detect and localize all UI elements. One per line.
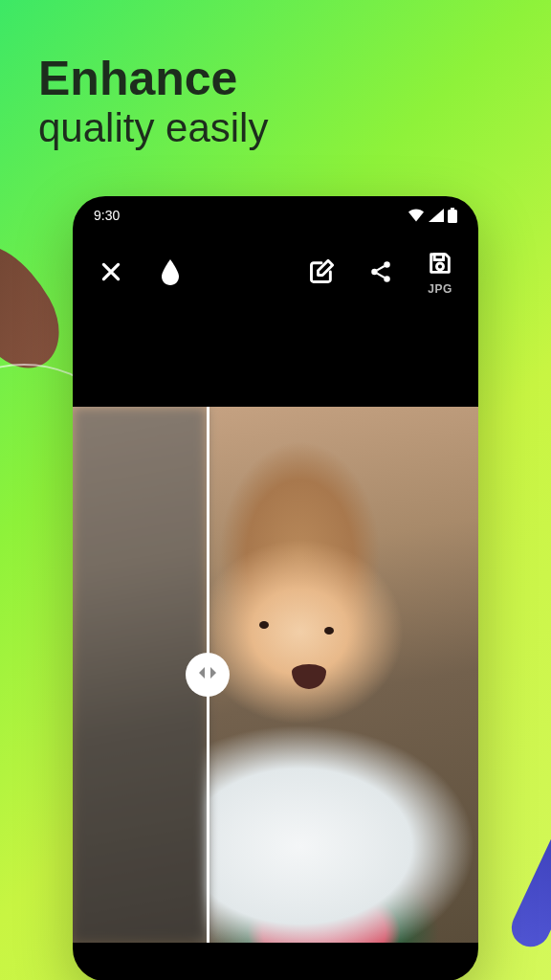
chevron-right-icon bbox=[209, 666, 218, 683]
promo-headline: Enhance quality easily bbox=[38, 53, 268, 151]
edit-icon bbox=[308, 258, 335, 288]
svg-rect-1 bbox=[448, 210, 457, 223]
decorative-leaf bbox=[0, 229, 77, 383]
svg-point-4 bbox=[384, 276, 390, 282]
image-detail bbox=[259, 621, 269, 629]
svg-point-3 bbox=[371, 268, 378, 275]
share-button[interactable] bbox=[356, 248, 406, 298]
phone-mockup: 9:30 bbox=[73, 196, 478, 980]
editor-toolbar: JPG bbox=[73, 234, 478, 311]
battery-icon bbox=[448, 208, 457, 223]
svg-point-6 bbox=[437, 263, 444, 270]
drop-button[interactable] bbox=[145, 248, 195, 298]
image-compare-area bbox=[73, 407, 478, 943]
svg-point-2 bbox=[384, 261, 390, 268]
close-icon bbox=[99, 259, 123, 287]
save-button[interactable]: JPG bbox=[415, 248, 465, 298]
signal-icon bbox=[429, 209, 444, 222]
chevron-left-icon bbox=[197, 666, 207, 683]
save-icon bbox=[427, 250, 453, 279]
close-button[interactable] bbox=[86, 248, 136, 298]
status-bar: 9:30 bbox=[73, 196, 478, 234]
compare-slider-handle[interactable] bbox=[186, 653, 230, 697]
compare-divider[interactable] bbox=[207, 407, 209, 943]
save-format-label: JPG bbox=[428, 282, 452, 296]
share-icon bbox=[368, 259, 393, 287]
wifi-icon bbox=[408, 209, 425, 222]
status-time: 9:30 bbox=[94, 208, 120, 223]
headline-bold: Enhance bbox=[38, 53, 268, 105]
drop-icon bbox=[159, 257, 182, 289]
decorative-crayon bbox=[505, 815, 551, 953]
edit-button[interactable] bbox=[297, 248, 346, 298]
image-detail bbox=[292, 664, 326, 689]
headline-light: quality easily bbox=[38, 105, 268, 151]
svg-rect-5 bbox=[434, 255, 443, 260]
image-detail bbox=[324, 627, 334, 635]
status-icons bbox=[408, 208, 457, 223]
svg-rect-0 bbox=[451, 208, 454, 210]
